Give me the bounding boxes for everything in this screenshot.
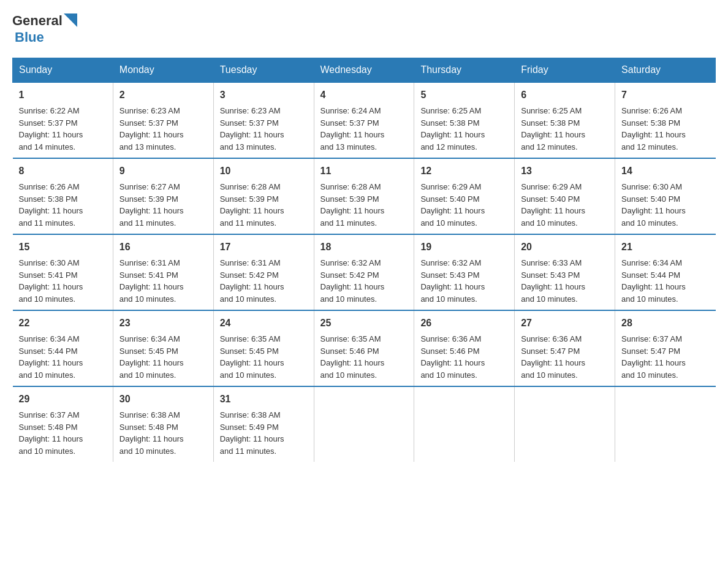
day-cell: 12Sunrise: 6:29 AMSunset: 5:40 PMDayligh… (414, 158, 515, 234)
calendar-body: 1Sunrise: 6:22 AMSunset: 5:37 PMDaylight… (13, 82, 716, 462)
day-cell: 4Sunrise: 6:24 AMSunset: 5:37 PMDaylight… (314, 82, 414, 158)
week-row-5: 29Sunrise: 6:37 AMSunset: 5:48 PMDayligh… (13, 386, 716, 462)
sunrise-text: Sunrise: 6:37 AMSunset: 5:48 PMDaylight:… (19, 410, 83, 456)
header-cell-wednesday: Wednesday (314, 58, 414, 83)
sunrise-text: Sunrise: 6:23 AMSunset: 5:37 PMDaylight:… (220, 106, 284, 151)
sunrise-text: Sunrise: 6:25 AMSunset: 5:38 PMDaylight:… (521, 106, 585, 151)
day-number: 3 (220, 88, 308, 102)
sunrise-text: Sunrise: 6:28 AMSunset: 5:39 PMDaylight:… (320, 182, 385, 228)
day-cell: 15Sunrise: 6:30 AMSunset: 5:41 PMDayligh… (13, 234, 113, 310)
day-cell: 9Sunrise: 6:27 AMSunset: 5:39 PMDaylight… (113, 158, 213, 234)
header-cell-saturday: Saturday (615, 58, 716, 83)
sunrise-text: Sunrise: 6:31 AMSunset: 5:42 PMDaylight:… (220, 258, 284, 304)
day-cell: 5Sunrise: 6:25 AMSunset: 5:38 PMDaylight… (414, 82, 515, 158)
header-cell-monday: Monday (113, 58, 213, 83)
day-cell: 24Sunrise: 6:35 AMSunset: 5:45 PMDayligh… (213, 310, 314, 386)
sunrise-text: Sunrise: 6:32 AMSunset: 5:42 PMDaylight:… (320, 258, 385, 304)
sunrise-text: Sunrise: 6:35 AMSunset: 5:46 PMDaylight:… (320, 334, 385, 380)
sunrise-text: Sunrise: 6:25 AMSunset: 5:38 PMDaylight:… (420, 106, 485, 151)
day-cell: 30Sunrise: 6:38 AMSunset: 5:48 PMDayligh… (113, 386, 213, 462)
sunrise-text: Sunrise: 6:26 AMSunset: 5:38 PMDaylight:… (19, 182, 83, 228)
day-number: 5 (420, 88, 508, 102)
day-cell: 31Sunrise: 6:38 AMSunset: 5:49 PMDayligh… (213, 386, 314, 462)
sunrise-text: Sunrise: 6:26 AMSunset: 5:38 PMDaylight:… (621, 106, 686, 151)
day-cell: 27Sunrise: 6:36 AMSunset: 5:47 PMDayligh… (515, 310, 615, 386)
logo: General Blue (12, 12, 77, 45)
day-cell: 23Sunrise: 6:34 AMSunset: 5:45 PMDayligh… (113, 310, 213, 386)
week-row-1: 1Sunrise: 6:22 AMSunset: 5:37 PMDaylight… (13, 82, 716, 158)
day-number: 12 (420, 164, 508, 178)
sunrise-text: Sunrise: 6:32 AMSunset: 5:43 PMDaylight:… (420, 258, 485, 304)
day-number: 15 (19, 240, 107, 255)
day-cell: 21Sunrise: 6:34 AMSunset: 5:44 PMDayligh… (615, 234, 716, 310)
day-cell: 28Sunrise: 6:37 AMSunset: 5:47 PMDayligh… (615, 310, 716, 386)
day-number: 13 (521, 164, 609, 178)
sunrise-text: Sunrise: 6:28 AMSunset: 5:39 PMDaylight:… (220, 182, 284, 228)
sunrise-text: Sunrise: 6:35 AMSunset: 5:45 PMDaylight:… (220, 334, 284, 380)
day-number: 30 (119, 392, 207, 407)
day-number: 1 (19, 88, 107, 102)
day-cell: 2Sunrise: 6:23 AMSunset: 5:37 PMDaylight… (113, 82, 213, 158)
day-cell: 17Sunrise: 6:31 AMSunset: 5:42 PMDayligh… (213, 234, 314, 310)
day-cell: 26Sunrise: 6:36 AMSunset: 5:46 PMDayligh… (414, 310, 515, 386)
day-cell: 19Sunrise: 6:32 AMSunset: 5:43 PMDayligh… (414, 234, 515, 310)
sunrise-text: Sunrise: 6:30 AMSunset: 5:41 PMDaylight:… (19, 258, 83, 304)
day-number: 31 (220, 392, 308, 407)
day-number: 29 (19, 392, 107, 407)
sunrise-text: Sunrise: 6:38 AMSunset: 5:49 PMDaylight:… (220, 410, 284, 456)
header-row: SundayMondayTuesdayWednesdayThursdayFrid… (13, 58, 716, 83)
day-number: 4 (320, 88, 408, 102)
day-cell (615, 386, 716, 462)
sunrise-text: Sunrise: 6:34 AMSunset: 5:44 PMDaylight:… (621, 258, 686, 304)
day-cell: 6Sunrise: 6:25 AMSunset: 5:38 PMDaylight… (515, 82, 615, 158)
day-number: 17 (220, 240, 308, 255)
day-cell: 20Sunrise: 6:33 AMSunset: 5:43 PMDayligh… (515, 234, 615, 310)
logo-general-text: General (12, 13, 63, 29)
sunrise-text: Sunrise: 6:37 AMSunset: 5:47 PMDaylight:… (621, 334, 686, 380)
day-number: 23 (119, 316, 207, 331)
day-cell: 7Sunrise: 6:26 AMSunset: 5:38 PMDaylight… (615, 82, 716, 158)
day-number: 28 (621, 316, 709, 331)
sunrise-text: Sunrise: 6:36 AMSunset: 5:47 PMDaylight:… (521, 334, 585, 380)
week-row-4: 22Sunrise: 6:34 AMSunset: 5:44 PMDayligh… (13, 310, 716, 386)
day-number: 10 (220, 164, 308, 178)
sunrise-text: Sunrise: 6:34 AMSunset: 5:45 PMDaylight:… (119, 334, 184, 380)
sunrise-text: Sunrise: 6:23 AMSunset: 5:37 PMDaylight:… (119, 106, 184, 151)
day-number: 14 (621, 164, 709, 178)
sunrise-text: Sunrise: 6:33 AMSunset: 5:43 PMDaylight:… (521, 258, 585, 304)
day-cell: 18Sunrise: 6:32 AMSunset: 5:42 PMDayligh… (314, 234, 414, 310)
day-cell (414, 386, 515, 462)
header-cell-sunday: Sunday (13, 58, 113, 83)
day-number: 2 (119, 88, 207, 102)
day-cell (515, 386, 615, 462)
logo-blue-text: Blue (15, 29, 44, 45)
day-number: 25 (320, 316, 408, 331)
svg-marker-0 (64, 13, 77, 27)
day-cell: 8Sunrise: 6:26 AMSunset: 5:38 PMDaylight… (13, 158, 113, 234)
day-number: 8 (19, 164, 107, 178)
sunrise-text: Sunrise: 6:34 AMSunset: 5:44 PMDaylight:… (19, 334, 83, 380)
page-header: General Blue (12, 12, 716, 45)
day-number: 19 (420, 240, 508, 255)
day-number: 21 (621, 240, 709, 255)
day-number: 16 (119, 240, 207, 255)
day-cell: 16Sunrise: 6:31 AMSunset: 5:41 PMDayligh… (113, 234, 213, 310)
day-cell: 14Sunrise: 6:30 AMSunset: 5:40 PMDayligh… (615, 158, 716, 234)
day-cell: 11Sunrise: 6:28 AMSunset: 5:39 PMDayligh… (314, 158, 414, 234)
day-cell: 1Sunrise: 6:22 AMSunset: 5:37 PMDaylight… (13, 82, 113, 158)
calendar-table: SundayMondayTuesdayWednesdayThursdayFrid… (12, 58, 716, 462)
day-number: 18 (320, 240, 408, 255)
sunrise-text: Sunrise: 6:38 AMSunset: 5:48 PMDaylight:… (119, 410, 184, 456)
sunrise-text: Sunrise: 6:31 AMSunset: 5:41 PMDaylight:… (119, 258, 184, 304)
logo-triangle-icon (64, 13, 77, 29)
sunrise-text: Sunrise: 6:29 AMSunset: 5:40 PMDaylight:… (420, 182, 485, 228)
week-row-3: 15Sunrise: 6:30 AMSunset: 5:41 PMDayligh… (13, 234, 716, 310)
day-cell: 25Sunrise: 6:35 AMSunset: 5:46 PMDayligh… (314, 310, 414, 386)
day-cell (314, 386, 414, 462)
sunrise-text: Sunrise: 6:24 AMSunset: 5:37 PMDaylight:… (320, 106, 385, 151)
day-number: 26 (420, 316, 508, 331)
day-number: 9 (119, 164, 207, 178)
sunrise-text: Sunrise: 6:29 AMSunset: 5:40 PMDaylight:… (521, 182, 585, 228)
sunrise-text: Sunrise: 6:27 AMSunset: 5:39 PMDaylight:… (119, 182, 184, 228)
sunrise-text: Sunrise: 6:22 AMSunset: 5:37 PMDaylight:… (19, 106, 83, 151)
